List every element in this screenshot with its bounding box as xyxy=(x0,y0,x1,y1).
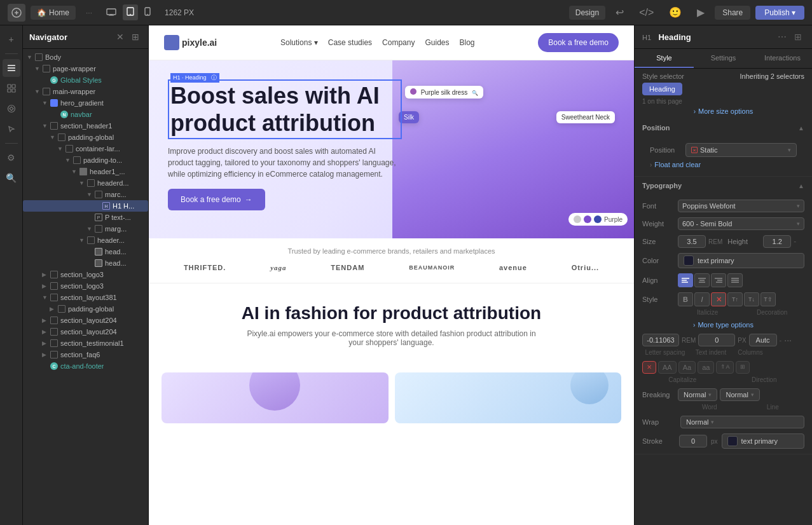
code-button[interactable]: </> xyxy=(634,4,659,21)
publish-button[interactable]: Publish ▾ xyxy=(755,6,804,20)
expand-navigator-button[interactable]: ⊞ xyxy=(129,31,142,43)
search-button[interactable]: 🔍 xyxy=(3,169,20,187)
transform-none-btn[interactable]: ✕ xyxy=(642,361,656,374)
more-size-options-row[interactable]: › More size options xyxy=(642,106,804,116)
play-button[interactable]: ▶ xyxy=(692,4,710,21)
tree-item-padding-global2[interactable]: ▶ padding-global xyxy=(23,303,148,315)
tree-item-padding-to[interactable]: ▼ padding-to... xyxy=(23,154,148,166)
typography-section-header[interactable]: Typography ▲ xyxy=(635,177,812,194)
tree-item-headerd[interactable]: ▼ headerd... xyxy=(23,177,148,189)
tree-item-page-wrapper[interactable]: ▼ page-wrapper xyxy=(23,63,148,74)
tree-item-hero-gradient[interactable]: ▼ hero_gradient xyxy=(23,97,148,109)
float-label[interactable]: Float and clear xyxy=(654,161,701,168)
position-section-header[interactable]: Position ▲ xyxy=(635,119,812,137)
subscript-btn[interactable]: T↓ xyxy=(744,292,759,306)
tree-item-marg2[interactable]: ▼ marg... xyxy=(23,223,148,235)
transform-symbol-btn[interactable]: ⇑A xyxy=(716,361,734,374)
tree-item-main-wrapper[interactable]: ▼ main-wrapper xyxy=(23,86,148,97)
design-mode-button[interactable]: Design xyxy=(569,6,605,20)
settings-button[interactable]: ⚙ xyxy=(3,149,20,167)
tree-item-section-layout204b[interactable]: ▶ section_layout204 xyxy=(23,326,148,338)
share-button[interactable]: Share xyxy=(715,6,750,20)
tree-item-text-p[interactable]: P P text-... xyxy=(23,212,148,223)
nav-blog[interactable]: Blog xyxy=(459,38,474,47)
superscript-btn[interactable]: T↑ xyxy=(727,292,743,306)
tree-item-padding-global[interactable]: ▼ padding-global xyxy=(23,132,148,143)
tree-item-cta-footer[interactable]: C cta-and-footer xyxy=(23,360,148,372)
align-justify-btn[interactable] xyxy=(727,273,743,287)
emoji-button[interactable]: 🙂 xyxy=(664,4,687,21)
nav-case-studies[interactable]: Case studies xyxy=(328,38,372,47)
home-button[interactable]: 🏠 Home xyxy=(31,6,76,20)
site-cta-button[interactable]: Book a free demo xyxy=(538,33,619,52)
stroke-value-input[interactable]: 0 xyxy=(679,435,707,447)
tab-interactions[interactable]: Interactions xyxy=(753,49,812,68)
heading-style-chip[interactable]: Heading xyxy=(642,83,682,95)
px-input[interactable]: 0 xyxy=(698,334,735,346)
position-static-select[interactable]: × Static ▾ xyxy=(685,143,797,157)
tree-item-marc[interactable]: ▼ marc... xyxy=(23,189,148,200)
more-options-dots[interactable]: ··· xyxy=(86,8,92,17)
tree-item-container-lar[interactable]: ▼ container-lar... xyxy=(23,143,148,154)
add-element-button[interactable]: + xyxy=(3,31,20,48)
tree-item-header2[interactable]: ▼ header... xyxy=(23,235,148,246)
letter-spacing-input[interactable]: -0.11063 xyxy=(642,334,679,346)
weight-select[interactable]: 600 - Semi Bold ▾ xyxy=(678,217,804,230)
spacing-dots[interactable]: ··· xyxy=(784,335,792,345)
panel-expand-button[interactable]: ⊞ xyxy=(792,31,804,43)
hero-cta-button[interactable]: Book a free demo → xyxy=(168,189,265,210)
italic-btn[interactable]: I xyxy=(694,292,710,306)
tree-item-section-testimonial1[interactable]: ▶ section_testimonial1 xyxy=(23,338,148,349)
navigator-button[interactable] xyxy=(3,59,20,77)
tree-item-h1[interactable]: H H1 H... xyxy=(23,200,148,212)
nav-guides[interactable]: Guides xyxy=(425,38,449,47)
stroke-color-select[interactable]: text primary xyxy=(722,433,804,449)
strike-btn[interactable]: ✕ xyxy=(711,292,726,306)
tablet-view-btn[interactable] xyxy=(123,4,138,20)
interactions-button[interactable] xyxy=(3,120,20,138)
panel-more-options-button[interactable]: ⋯ xyxy=(775,31,789,43)
assets-button[interactable] xyxy=(3,100,20,118)
tree-item-section-layout204a[interactable]: ▶ section_layout204 xyxy=(23,315,148,326)
uppercase-btn[interactable]: T⇧ xyxy=(760,292,776,306)
align-left-btn[interactable] xyxy=(678,273,693,287)
tree-item-head-img1[interactable]: head... xyxy=(23,246,148,257)
tree-item-section-logo3a[interactable]: ▶ section_logo3 xyxy=(23,269,148,280)
undo-button[interactable]: ↩ xyxy=(610,4,629,21)
components-button[interactable] xyxy=(3,79,20,97)
wrap-select[interactable]: Normal ▾ xyxy=(680,416,804,428)
word-break-select[interactable]: Normal ▾ xyxy=(678,388,717,401)
tree-item-section-header1[interactable]: ▼ section_header1 xyxy=(23,120,148,132)
tree-item-head-img2[interactable]: head... xyxy=(23,257,148,269)
tree-item-section-layout381[interactable]: ▼ section_layout381 xyxy=(23,292,148,303)
size-input[interactable]: 3.5 xyxy=(678,235,706,248)
close-navigator-button[interactable]: ✕ xyxy=(114,31,127,43)
tree-item-header1[interactable]: ▼ header1_... xyxy=(23,166,148,177)
color-select[interactable]: text primary xyxy=(678,253,804,268)
transform-aa-btn[interactable]: AA xyxy=(658,361,677,374)
line-break-select[interactable]: Normal ▾ xyxy=(720,388,759,401)
desktop-view-btn[interactable] xyxy=(102,4,120,20)
transform-more-btn[interactable]: ⊞ xyxy=(736,361,750,374)
align-right-btn[interactable] xyxy=(711,273,726,287)
more-type-options-row[interactable]: › More type options xyxy=(635,318,812,331)
transform-lowercase-btn[interactable]: aa xyxy=(698,361,714,374)
auto-input[interactable]: Autc xyxy=(749,334,777,346)
mobile-view-btn[interactable] xyxy=(141,4,155,20)
tree-item-global-styles[interactable]: G Global Styles xyxy=(23,74,148,86)
tree-item-navbar[interactable]: N navbar xyxy=(23,109,148,120)
tree-item-section-faq6[interactable]: ▶ section_faq6 xyxy=(23,349,148,360)
tree-item-section-logo3b[interactable]: ▶ section_logo3 xyxy=(23,280,148,292)
height-input[interactable]: 1.2 xyxy=(763,235,791,248)
transform-capitalize-btn[interactable]: Aa xyxy=(678,361,696,374)
canvas-scroll[interactable]: pixyle.ai Solutions ▾ Case studies Compa… xyxy=(149,25,634,525)
tab-settings[interactable]: Settings xyxy=(694,49,753,68)
bold-btn[interactable]: B xyxy=(678,292,693,306)
tree-item-body[interactable]: ▼ Body xyxy=(23,51,148,63)
tab-style[interactable]: Style xyxy=(635,49,694,68)
nav-company[interactable]: Company xyxy=(382,38,415,47)
hero-heading-text[interactable]: Boost sales with AI product attribution xyxy=(170,82,399,137)
nav-solutions[interactable]: Solutions ▾ xyxy=(280,38,318,47)
align-center-btn[interactable] xyxy=(694,273,710,287)
font-select[interactable]: Poppins Webfont ▾ xyxy=(678,200,804,212)
